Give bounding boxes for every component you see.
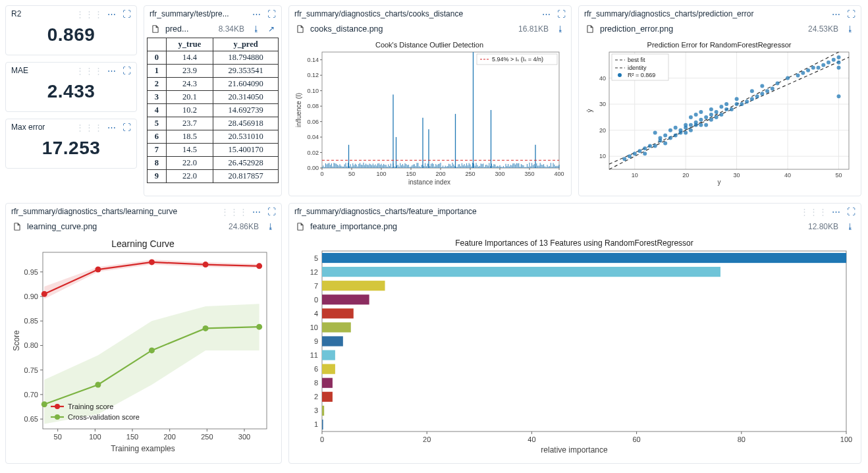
fullscreen-icon[interactable]: ⛶ — [122, 123, 131, 132]
svg-point-305 — [699, 118, 703, 122]
svg-text:1: 1 — [314, 420, 318, 428]
svg-point-299 — [689, 123, 693, 127]
svg-rect-434 — [322, 406, 324, 416]
svg-point-384 — [203, 262, 209, 267]
svg-text:150: 150 — [406, 171, 416, 177]
svg-point-304 — [699, 123, 703, 127]
more-icon[interactable]: ⋯ — [252, 9, 261, 19]
svg-point-302 — [694, 121, 698, 125]
file-name: learning_curve.png — [27, 222, 97, 231]
svg-point-286 — [658, 136, 662, 140]
fullscreen-icon[interactable]: ⛶ — [267, 207, 276, 217]
svg-text:identity: identity — [628, 65, 647, 71]
preds-table-scroll[interactable]: y_truey_pred 014.418.794880123.929.35354… — [144, 38, 281, 184]
table-row: 922.020.817857 — [148, 170, 279, 183]
svg-point-328 — [765, 89, 769, 93]
file-icon — [13, 222, 22, 231]
svg-text:0.00: 0.00 — [307, 165, 319, 171]
svg-text:10: 10 — [599, 153, 606, 159]
file-size: 16.81KB — [518, 24, 549, 34]
drag-handle-icon[interactable]: ⋮⋮⋮ — [76, 66, 103, 76]
svg-text:Prediction Error for RandomFor: Prediction Error for RandomForestRegress… — [647, 41, 792, 49]
drag-handle-icon[interactable]: ⋮⋮⋮ — [76, 123, 103, 132]
svg-point-331 — [786, 76, 790, 80]
card-title: rfr_summary/test/pre... — [149, 9, 248, 18]
svg-point-313 — [715, 110, 719, 114]
svg-point-323 — [750, 97, 754, 101]
file-name: prediction_error.png — [600, 24, 673, 34]
metric-card-r2: R2 ⋮⋮⋮ ⋯ ⛶ 0.869 — [5, 5, 137, 55]
svg-point-332 — [796, 74, 800, 78]
svg-point-390 — [256, 324, 262, 330]
svg-text:300: 300 — [238, 433, 250, 441]
pred-err-card: rfr_summary/diagnostics_charts/predictio… — [578, 5, 861, 196]
svg-text:20: 20 — [682, 172, 689, 179]
svg-text:200: 200 — [435, 171, 445, 177]
svg-point-382 — [95, 267, 101, 273]
svg-text:0.02: 0.02 — [307, 150, 319, 156]
learning-curve-card: rfr_summary/diagnostics_charts/learning_… — [5, 203, 282, 464]
svg-text:10: 10 — [310, 323, 318, 331]
svg-point-334 — [806, 69, 810, 72]
fullscreen-icon[interactable]: ⛶ — [122, 9, 131, 19]
fullscreen-icon[interactable]: ⛶ — [557, 9, 566, 19]
svg-text:30: 30 — [734, 172, 740, 179]
svg-text:Training score: Training score — [68, 403, 113, 410]
svg-text:12: 12 — [310, 268, 318, 276]
more-icon[interactable]: ⋯ — [107, 66, 116, 76]
more-icon[interactable]: ⋯ — [107, 123, 116, 132]
cooks-card: rfr_summary/diagnostics_charts/cooks_dis… — [288, 5, 572, 196]
svg-text:9: 9 — [314, 337, 318, 345]
svg-rect-414 — [322, 267, 720, 277]
more-icon[interactable]: ⋯ — [252, 207, 261, 217]
prediction-error-chart: Prediction Error for RandomForestRegress… — [584, 40, 854, 186]
file-size: 24.53KB — [808, 24, 838, 34]
drag-handle-icon[interactable]: ⋮⋮⋮ — [76, 9, 103, 19]
drag-handle-icon[interactable]: ⋮⋮⋮ — [221, 207, 248, 217]
open-external-icon[interactable]: ↗ — [268, 24, 275, 34]
table-row: 714.515.400170 — [148, 144, 279, 157]
download-icon[interactable]: ⭳ — [267, 222, 275, 231]
svg-text:150: 150 — [126, 433, 138, 441]
more-icon[interactable]: ⋯ — [832, 207, 840, 217]
svg-point-340 — [837, 94, 841, 98]
metric-label: MAE — [11, 66, 68, 75]
table-header: y_pred — [213, 38, 279, 51]
drag-handle-icon[interactable]: ⋮⋮⋮ — [800, 207, 828, 217]
svg-point-300 — [689, 115, 693, 119]
svg-text:6: 6 — [314, 365, 318, 373]
svg-text:50: 50 — [836, 172, 842, 179]
table-header: y_true — [166, 38, 213, 51]
metric-label: Max error — [11, 123, 68, 132]
more-icon[interactable]: ⋯ — [542, 9, 551, 19]
svg-text:0.04: 0.04 — [307, 134, 319, 140]
svg-point-308 — [704, 115, 708, 119]
svg-text:80: 80 — [738, 435, 746, 443]
fullscreen-icon[interactable]: ⛶ — [847, 9, 855, 19]
svg-point-337 — [821, 63, 825, 67]
download-icon[interactable]: ⭳ — [846, 222, 854, 231]
fullscreen-icon[interactable]: ⛶ — [267, 9, 276, 19]
svg-text:0.65: 0.65 — [24, 415, 38, 423]
preds-card: rfr_summary/test/pre... ⋯ ⛶ pred... 8.34… — [144, 5, 282, 196]
svg-rect-416 — [322, 281, 385, 291]
svg-text:40: 40 — [784, 172, 791, 179]
svg-text:60: 60 — [632, 435, 640, 443]
fullscreen-icon[interactable]: ⛶ — [847, 207, 855, 217]
svg-text:relative importance: relative importance — [541, 445, 608, 455]
download-icon[interactable]: ⭳ — [252, 24, 260, 34]
download-icon[interactable]: ⭳ — [556, 24, 564, 34]
fullscreen-icon[interactable]: ⛶ — [122, 66, 131, 76]
more-icon[interactable]: ⋯ — [107, 9, 116, 19]
svg-text:0.14: 0.14 — [307, 57, 319, 63]
svg-text:0.08: 0.08 — [307, 103, 319, 109]
more-icon[interactable]: ⋯ — [832, 9, 840, 19]
svg-text:250: 250 — [465, 171, 475, 177]
metric-value: 2.433 — [9, 81, 134, 102]
svg-text:4: 4 — [314, 310, 318, 318]
svg-point-284 — [653, 131, 657, 135]
download-icon[interactable]: ⭳ — [846, 24, 854, 34]
svg-rect-1 — [322, 52, 559, 168]
svg-text:Feature Importances of 13 Feat: Feature Importances of 13 Features using… — [455, 238, 693, 248]
svg-text:0.12: 0.12 — [307, 72, 319, 78]
